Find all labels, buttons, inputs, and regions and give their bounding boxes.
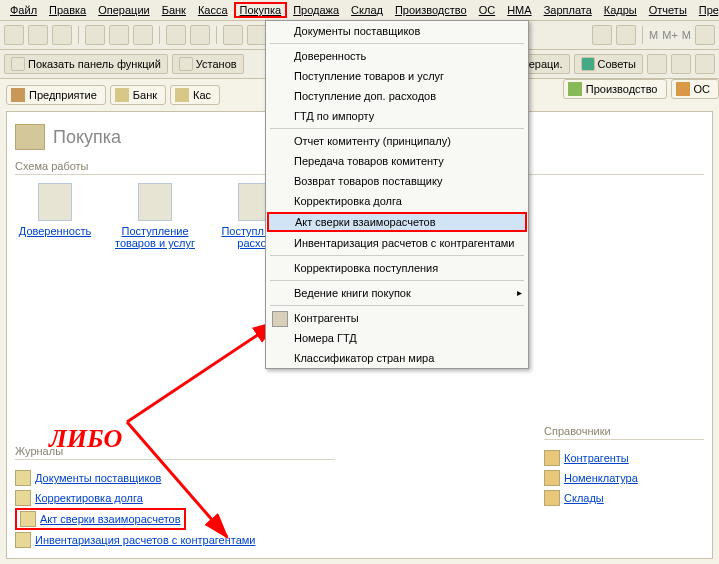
tab-enterprise[interactable]: Предприятие — [6, 85, 106, 105]
doc-icon — [138, 183, 172, 221]
dd-act-sverki[interactable]: Акт сверки взаиморасчетов — [267, 212, 527, 232]
tab-os[interactable]: ОС — [671, 79, 720, 99]
ref-link-warehouses[interactable]: Склады — [564, 492, 604, 504]
journals-section: Журналы Документы поставщиков Корректиро… — [15, 445, 335, 550]
ref-link-nomenclature[interactable]: Номенклатура — [564, 472, 638, 484]
settings-button[interactable]: Установ — [172, 54, 244, 74]
dd-postuplenie-expenses[interactable]: Поступление доп. расходов — [266, 86, 528, 106]
svg-line-0 — [127, 322, 277, 422]
menu-os[interactable]: ОС — [473, 2, 502, 18]
redo-icon[interactable] — [190, 25, 210, 45]
new-doc-icon[interactable] — [4, 25, 24, 45]
scheme-item: Поступление товаров и услуг — [115, 183, 195, 249]
open-icon[interactable] — [28, 25, 48, 45]
journal-link-act[interactable]: Акт сверки взаиморасчетов — [40, 513, 181, 525]
btn-b-icon[interactable] — [616, 25, 636, 45]
journal-item-highlighted: Акт сверки взаиморасчетов — [15, 508, 186, 530]
tool-d-icon[interactable] — [671, 54, 691, 74]
ref-icon — [544, 490, 560, 506]
journal-link-debt[interactable]: Корректировка долга — [35, 492, 143, 504]
tool-e-icon[interactable] — [695, 54, 715, 74]
dd-return-supplier[interactable]: Возврат товаров поставщику — [266, 171, 528, 191]
menu-edit[interactable]: Правка — [43, 2, 92, 18]
menu-warehouse[interactable]: Склад — [345, 2, 389, 18]
menu-purchase[interactable]: Покупка — [234, 2, 288, 18]
m-label: M — [649, 29, 658, 41]
refs-section: Справочники Контрагенты Номенклатура Скл… — [544, 425, 704, 508]
doc-icon — [38, 183, 72, 221]
dd-transfer-komitent[interactable]: Передача товаров комитенту — [266, 151, 528, 171]
calc-icon[interactable] — [247, 25, 267, 45]
menu-salary[interactable]: Зарплата — [538, 2, 598, 18]
dd-country-classifier[interactable]: Классификатор стран мира — [266, 348, 528, 368]
tool-c-icon[interactable] — [647, 54, 667, 74]
menu-operations[interactable]: Операции — [92, 2, 155, 18]
menu-file[interactable]: Файл — [4, 2, 43, 18]
ref-item: Склады — [544, 488, 704, 508]
menu-reports[interactable]: Отчеты — [643, 2, 693, 18]
folder-icon — [272, 311, 288, 327]
ref-icon — [544, 450, 560, 466]
show-panel-button[interactable]: Показать панель функций — [4, 54, 168, 74]
purchase-dropdown: Документы поставщиков Доверенность Посту… — [265, 20, 529, 369]
menu-bank[interactable]: Банк — [156, 2, 192, 18]
journal-icon — [20, 511, 36, 527]
ref-item: Контрагенты — [544, 448, 704, 468]
journal-item: Корректировка долга — [15, 488, 335, 508]
journal-link-suppliers[interactable]: Документы поставщиков — [35, 472, 161, 484]
menubar: Файл Правка Операции Банк Касса Покупка … — [0, 0, 719, 21]
dd-supplier-docs[interactable]: Документы поставщиков — [266, 21, 528, 41]
find-icon[interactable] — [223, 25, 243, 45]
scheme-link-postuplenie[interactable]: Поступление товаров и услуг — [115, 225, 195, 249]
save-icon[interactable] — [52, 25, 72, 45]
tab-production[interactable]: Производство — [563, 79, 667, 99]
ref-link-contragents[interactable]: Контрагенты — [564, 452, 629, 464]
copy-icon[interactable] — [109, 25, 129, 45]
tab-bank[interactable]: Банк — [110, 85, 166, 105]
dd-doverennost[interactable]: Доверенность — [266, 46, 528, 66]
m-minus-label: M — [682, 29, 691, 41]
btn-a-icon[interactable] — [592, 25, 612, 45]
cash-icon — [175, 88, 189, 102]
dd-gtd-numbers[interactable]: Номера ГТД — [266, 328, 528, 348]
dd-report-komitent[interactable]: Отчет комитенту (принципалу) — [266, 131, 528, 151]
dd-gtd-import[interactable]: ГТД по импорту — [266, 106, 528, 126]
ref-item: Номенклатура — [544, 468, 704, 488]
enterprise-icon — [11, 88, 25, 102]
cut-icon[interactable] — [85, 25, 105, 45]
panel-icon — [11, 57, 25, 71]
journal-icon — [15, 470, 31, 486]
extra-icon[interactable] — [695, 25, 715, 45]
refs-label: Справочники — [544, 425, 704, 440]
menu-nma[interactable]: НМА — [501, 2, 537, 18]
journal-link-inventory[interactable]: Инвентаризация расчетов с контрагентами — [35, 534, 256, 546]
m-plus-label: M+ — [662, 29, 678, 41]
menu-enterprise[interactable]: Предпри — [693, 2, 719, 18]
bank-icon — [115, 88, 129, 102]
journal-item: Инвентаризация расчетов с контрагентами — [15, 530, 335, 550]
dd-purchase-book[interactable]: Ведение книги покупок — [266, 283, 528, 303]
right-tabs: Производство ОС — [563, 79, 719, 99]
tips-icon — [581, 57, 595, 71]
undo-icon[interactable] — [166, 25, 186, 45]
menu-hr[interactable]: Кадры — [598, 2, 643, 18]
scheme-link-doverennost[interactable]: Доверенность — [19, 225, 91, 237]
dd-correction-receipt[interactable]: Корректировка поступления — [266, 258, 528, 278]
paste-icon[interactable] — [133, 25, 153, 45]
menu-sale[interactable]: Продажа — [287, 2, 345, 18]
menu-production[interactable]: Производство — [389, 2, 473, 18]
dd-inventory[interactable]: Инвентаризация расчетов с контрагентами — [266, 233, 528, 253]
journal-item: Документы поставщиков — [15, 468, 335, 488]
scheme-item: Доверенность — [15, 183, 95, 237]
gear-icon — [179, 57, 193, 71]
dd-debt-correction[interactable]: Корректировка долга — [266, 191, 528, 211]
tab-cash[interactable]: Кас — [170, 85, 220, 105]
menu-cash[interactable]: Касса — [192, 2, 234, 18]
journal-icon — [15, 490, 31, 506]
dd-postuplenie-goods[interactable]: Поступление товаров и услуг — [266, 66, 528, 86]
tips-button[interactable]: Советы — [574, 54, 643, 74]
purchase-icon — [15, 124, 45, 150]
dd-contragents[interactable]: Контрагенты — [266, 308, 528, 328]
journal-icon — [15, 532, 31, 548]
ref-icon — [544, 470, 560, 486]
